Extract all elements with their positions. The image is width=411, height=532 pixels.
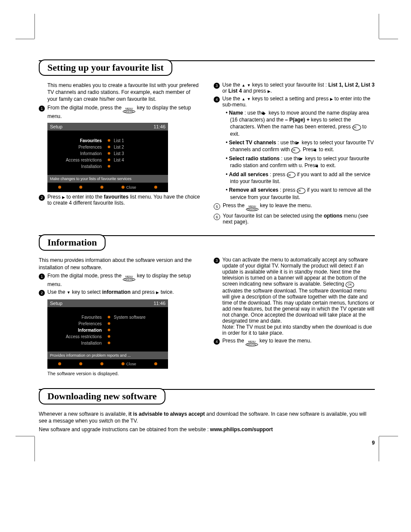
menu-item: Preferences xyxy=(52,321,104,326)
menu-item: Favourites xyxy=(52,315,104,320)
menu-item: Preferences xyxy=(52,145,104,149)
down-key-icon xyxy=(67,290,71,295)
step-badge: 2 xyxy=(39,290,45,296)
soft-key xyxy=(79,362,82,366)
step-text: You can activate the menu to automatical… xyxy=(222,257,375,336)
setup-screen-favourites: Setup 11:46 FavouritesList 1 Preferences… xyxy=(47,123,168,192)
section-downloading: Downloading new software xyxy=(39,389,375,409)
paragraph: New software and upgrade instructions ca… xyxy=(39,426,375,433)
step-badge: 3 xyxy=(214,258,220,264)
section-title: Setting up your favourite list xyxy=(39,59,172,76)
step-badge: 4 xyxy=(214,339,220,345)
step-1: 1 From the digital mode, press the MENUD… xyxy=(39,273,200,287)
intro-text: This menu provides information about the… xyxy=(39,257,200,271)
step-5: 5 Press the MENUDIGITAL key to leave the… xyxy=(214,202,375,211)
soft-key xyxy=(100,362,103,366)
step-3: 3 You can activate the menu to automatic… xyxy=(214,257,375,336)
screen-title: Setup xyxy=(50,301,62,306)
soft-key xyxy=(100,185,103,190)
soft-key xyxy=(154,185,157,190)
paragraph: Whenever a new software is available, it… xyxy=(39,411,375,424)
soft-key xyxy=(58,185,61,190)
step-text: From the digital mode, press the MENUDIG… xyxy=(47,273,200,287)
step-badge: 5 xyxy=(214,203,220,210)
step-badge: 1 xyxy=(39,106,45,112)
crop-mark xyxy=(16,436,34,455)
screen-time: 11:46 xyxy=(153,301,165,306)
ok-key-icon: OK xyxy=(346,282,354,288)
step-text: Use the keys to select your favourite li… xyxy=(222,82,375,94)
ok-key-icon: OK xyxy=(297,188,305,194)
step-3: 3 Use the keys to select your favourite … xyxy=(214,82,375,94)
menu-item: Access restrictions xyxy=(52,158,104,162)
ok-key-icon: OK xyxy=(291,147,300,153)
section-title: Downloading new software xyxy=(39,388,165,404)
step-text: Press the MENUDIGITAL key to leave the m… xyxy=(222,338,311,346)
step-badge: 4 xyxy=(214,96,220,103)
manual-page: Setting up your favourite list This menu… xyxy=(0,0,411,463)
ok-key-icon: OK xyxy=(287,172,296,178)
step-2: 2 Press to enter into the favourites lis… xyxy=(39,194,200,206)
bullet-radio: • Select radio stations : use the keys t… xyxy=(226,155,375,169)
screen-caption: The software version is displayed. xyxy=(47,370,200,377)
step-badge: 6 xyxy=(214,214,220,220)
menu-key-icon: MENUDIGITAL xyxy=(123,107,135,113)
right-key-icon xyxy=(268,89,271,93)
crop-mark xyxy=(379,20,398,39)
menu-key-icon: MENUDIGITAL xyxy=(246,340,258,346)
down-key-icon xyxy=(247,97,251,101)
step-text: Your favourite list can be selected usin… xyxy=(223,213,375,225)
screen-time: 11:46 xyxy=(153,124,165,129)
soft-key xyxy=(58,362,61,366)
crop-mark xyxy=(379,436,398,455)
menu-item: Access restrictions xyxy=(52,334,104,339)
right-key-icon xyxy=(330,97,333,101)
right-key-icon xyxy=(62,195,65,199)
section-title: Information xyxy=(39,234,106,251)
bullet-add: • Add all services : press OK if you wan… xyxy=(226,171,375,185)
bullet-name: • Name : use the keys to move around the… xyxy=(226,109,375,137)
setup-screen-information: Setup 11:46 FavouritesSystem software Pr… xyxy=(47,299,168,369)
soft-key xyxy=(154,362,157,366)
step-badge: 3 xyxy=(214,83,220,89)
menu-item: Information xyxy=(52,151,104,156)
menu-key-icon: MENUDIGITAL xyxy=(246,205,258,211)
soft-key-close: Close xyxy=(121,362,136,366)
page-number: 9 xyxy=(39,440,375,446)
step-4: 4 Use the keys to select a setting and p… xyxy=(214,96,375,108)
screen-hint: Make changes to your lists of favourite … xyxy=(47,175,168,183)
screen-hint: Provides information on problem reports … xyxy=(47,352,168,359)
step-4: 4 Press the MENUDIGITAL key to leave the… xyxy=(214,338,375,346)
soft-key-close: Close xyxy=(121,185,136,190)
bullet-tv: • Select TV channels : use the keys to s… xyxy=(226,139,375,153)
step-badge: 2 xyxy=(39,195,45,201)
section-information: Information xyxy=(39,235,375,255)
ok-key-icon: OK xyxy=(352,124,361,131)
menu-item: Installation xyxy=(52,341,104,345)
step-text: From the digital mode, press the MENUDIG… xyxy=(47,105,200,119)
menu-item: Installation xyxy=(52,164,104,169)
down-key-icon xyxy=(247,83,251,87)
step-text: Use the key to select information and pr… xyxy=(47,289,174,295)
up-key-icon xyxy=(242,83,246,87)
crop-mark xyxy=(16,20,34,39)
bullet-remove: • Remove all services : press OK if you … xyxy=(226,187,375,201)
menu-item: Information xyxy=(52,328,104,333)
screen-title: Setup xyxy=(50,124,62,129)
step-badge: 1 xyxy=(39,274,45,280)
up-key-icon xyxy=(242,97,246,101)
section-favourites: Setting up your favourite list xyxy=(39,60,375,80)
intro-text: This menu enables you to create a favour… xyxy=(47,82,200,103)
menu-key-icon: MENUDIGITAL xyxy=(123,275,135,281)
soft-key xyxy=(79,185,82,190)
step-1: 1 From the digital mode, press the MENUD… xyxy=(39,105,200,119)
menu-item: Favourites xyxy=(52,138,104,143)
step-text: Press the MENUDIGITAL key to leave the m… xyxy=(223,202,312,211)
step-6: 6 Your favourite list can be selected us… xyxy=(214,213,375,225)
step-2: 2 Use the key to select information and … xyxy=(39,289,200,296)
step-text: Use the keys to select a setting and pre… xyxy=(222,96,375,108)
step-text: Press to enter into the favourites list … xyxy=(47,194,200,206)
